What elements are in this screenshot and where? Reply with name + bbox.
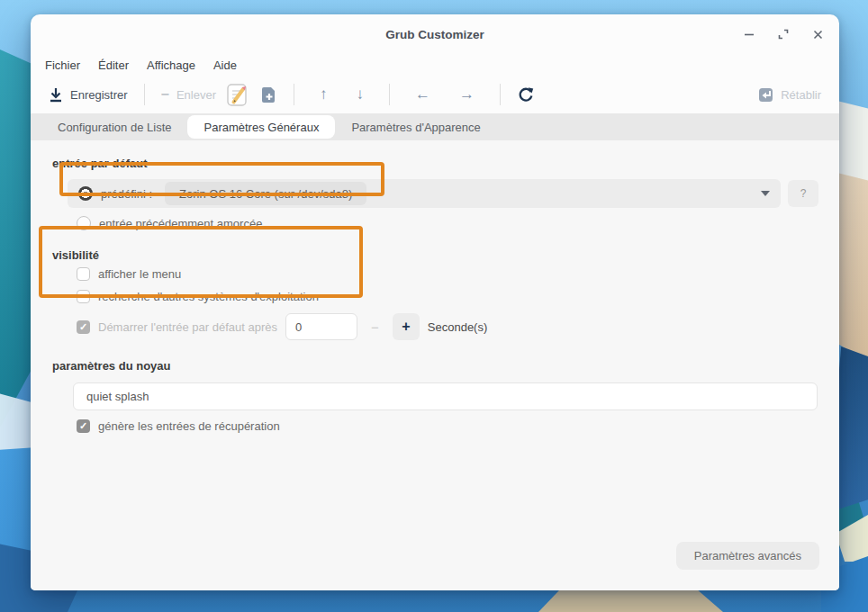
arrow-left-icon: ← bbox=[406, 86, 439, 104]
timeout-unit-label: Seconde(s) bbox=[428, 320, 487, 334]
minimize-icon bbox=[744, 29, 755, 40]
save-label: Enregistrer bbox=[70, 88, 128, 102]
menu-editer[interactable]: Éditer bbox=[91, 58, 136, 72]
toolbar-separator bbox=[144, 84, 145, 105]
menu-aide[interactable]: Aide bbox=[206, 58, 244, 72]
arrow-down-icon: ↓ bbox=[348, 86, 374, 104]
toolbar-separator bbox=[389, 84, 390, 105]
look-for-other-os-checkbox[interactable] bbox=[77, 290, 90, 303]
revert-label: Rétablir bbox=[781, 88, 821, 102]
revert-button[interactable]: Rétablir bbox=[753, 84, 827, 106]
advanced-settings-button[interactable]: Paramètres avancés bbox=[676, 542, 819, 570]
move-right-button[interactable]: → bbox=[445, 82, 489, 107]
remove-label: Enlever bbox=[176, 88, 216, 102]
recovery-checkbox[interactable] bbox=[77, 419, 90, 433]
predefined-radio[interactable] bbox=[78, 186, 93, 201]
move-left-button[interactable]: ← bbox=[401, 82, 445, 107]
show-menu-checkbox[interactable] bbox=[77, 267, 90, 281]
show-menu-row[interactable]: afficher le menu bbox=[77, 267, 181, 281]
recovery-label: génère les entrées de récupération bbox=[98, 419, 280, 433]
default-entry-selected-value: Zorin OS 16 Core (sur /dev/sda8) bbox=[165, 182, 366, 205]
arrow-up-icon: ↑ bbox=[311, 86, 337, 104]
grub-customizer-window: Grub Customizer Fichier Éditer bbox=[31, 14, 839, 590]
kernel-params-input[interactable] bbox=[73, 382, 818, 410]
window-title: Grub Customizer bbox=[31, 14, 839, 54]
close-button[interactable] bbox=[807, 23, 828, 45]
revert-icon bbox=[758, 87, 773, 103]
edit-button[interactable] bbox=[222, 79, 256, 110]
kernel-params-header: paramètres du noyau bbox=[52, 359, 171, 373]
menu-fichier[interactable]: Fichier bbox=[38, 58, 87, 72]
timeout-value-input[interactable] bbox=[285, 313, 357, 340]
menu-affichage[interactable]: Affichage bbox=[140, 58, 203, 72]
general-settings-panel: entrée par défaut prédéfini : Zorin OS 1… bbox=[31, 140, 839, 590]
close-icon bbox=[813, 30, 823, 40]
titlebar[interactable]: Grub Customizer bbox=[31, 14, 839, 54]
reload-button[interactable] bbox=[511, 82, 540, 107]
remove-button[interactable]: − Enlever bbox=[156, 83, 222, 106]
tabstrip: Configuration de Liste Paramètres Généra… bbox=[31, 113, 839, 140]
recovery-row[interactable]: génère les entrées de récupération bbox=[77, 419, 280, 433]
previously-booted-label: entrée précédemment amorcée bbox=[99, 217, 262, 230]
timeout-checkbox bbox=[77, 320, 90, 334]
default-entry-header: entrée par défaut bbox=[52, 157, 147, 170]
timeout-decrease-button[interactable]: − bbox=[371, 320, 379, 335]
previously-booted-radio[interactable] bbox=[77, 216, 91, 230]
arrow-right-icon: → bbox=[450, 86, 484, 104]
toolbar-separator bbox=[294, 84, 294, 105]
remove-minus-icon: − bbox=[161, 86, 169, 103]
move-up-button[interactable]: ↑ bbox=[305, 82, 342, 107]
tab-parametres-apparence[interactable]: Paramètres d'Apparence bbox=[335, 115, 496, 139]
toolbar-separator bbox=[500, 84, 501, 105]
menubar: Fichier Éditer Affichage Aide bbox=[31, 54, 839, 76]
show-menu-label: afficher le menu bbox=[98, 267, 181, 281]
toolbar: Enregistrer − Enlever ↑ bbox=[31, 76, 839, 113]
edit-pencil-icon bbox=[227, 83, 250, 106]
move-down-button[interactable]: ↓ bbox=[342, 82, 379, 107]
save-button[interactable]: Enregistrer bbox=[43, 84, 133, 106]
default-entry-combobox[interactable]: prédéfini : Zorin OS 16 Core (sur /dev/s… bbox=[68, 179, 781, 208]
reload-icon bbox=[517, 86, 535, 104]
default-entry-help-button[interactable]: ? bbox=[788, 180, 818, 207]
highlight-visibility bbox=[39, 226, 363, 298]
timeout-row: Démarrer l'entrée par défaut après − + S… bbox=[77, 312, 487, 341]
look-for-other-os-row[interactable]: recherche d'autres systèmes d'exploitati… bbox=[77, 290, 319, 303]
minimize-button[interactable] bbox=[738, 23, 760, 45]
timeout-increase-button[interactable]: + bbox=[393, 313, 420, 340]
visibility-header: visibilité bbox=[52, 248, 99, 262]
look-for-other-os-label: recherche d'autres systèmes d'exploitati… bbox=[98, 290, 319, 303]
save-download-icon bbox=[49, 87, 63, 103]
timeout-label: Démarrer l'entrée par défaut après bbox=[98, 320, 277, 334]
add-entry-button[interactable] bbox=[256, 83, 283, 107]
predefined-label: prédéfini : bbox=[101, 187, 152, 201]
tab-parametres-generaux[interactable]: Paramètres Généraux bbox=[187, 115, 335, 139]
maximize-button[interactable] bbox=[773, 23, 794, 45]
chevron-down-icon bbox=[761, 191, 770, 196]
add-file-icon bbox=[261, 86, 277, 104]
tab-configuration-de-liste[interactable]: Configuration de Liste bbox=[41, 115, 187, 139]
previously-booted-row[interactable]: entrée précédemment amorcée bbox=[77, 216, 262, 230]
maximize-icon bbox=[778, 29, 789, 40]
